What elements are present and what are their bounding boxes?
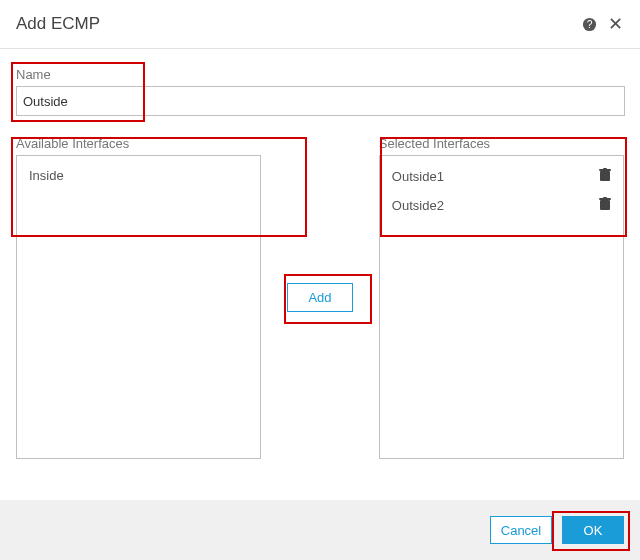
close-icon[interactable]: ✕ (606, 15, 624, 33)
list-item-label: Inside (29, 168, 248, 183)
list-item-label: Outside2 (392, 198, 599, 213)
list-item[interactable]: Outside2 (380, 191, 623, 220)
divider (0, 48, 640, 49)
list-item[interactable]: Outside1 (380, 162, 623, 191)
selected-listbox[interactable]: Outside1 Outside2 (379, 155, 624, 459)
svg-rect-7 (603, 197, 607, 199)
available-interfaces-column: Available Interfaces Inside (16, 136, 261, 459)
add-button[interactable]: Add (287, 283, 352, 312)
dialog-header: Add ECMP ? ✕ (16, 14, 624, 34)
svg-rect-2 (600, 171, 610, 181)
dialog-title: Add ECMP (16, 14, 580, 34)
interface-picker: Available Interfaces Inside Add Selected… (16, 136, 624, 459)
help-icon[interactable]: ? (580, 15, 598, 33)
add-ecmp-dialog: Add ECMP ? ✕ Name Available Interfaces I… (0, 0, 640, 459)
name-input[interactable] (16, 86, 625, 116)
trash-icon[interactable] (599, 197, 611, 214)
dialog-footer: Cancel OK (0, 500, 640, 560)
svg-rect-5 (600, 200, 610, 210)
available-listbox[interactable]: Inside (16, 155, 261, 459)
trash-icon[interactable] (599, 168, 611, 185)
name-field-group: Name (16, 67, 624, 116)
selected-label: Selected Interfaces (379, 136, 624, 151)
available-label: Available Interfaces (16, 136, 261, 151)
name-label: Name (16, 67, 624, 82)
svg-rect-4 (603, 168, 607, 170)
ok-button[interactable]: OK (562, 516, 624, 544)
selected-interfaces-column: Selected Interfaces Outside1 Outside2 (379, 136, 624, 459)
cancel-button[interactable]: Cancel (490, 516, 552, 544)
list-item[interactable]: Inside (17, 162, 260, 189)
svg-text:?: ? (586, 19, 592, 30)
transfer-controls: Add (261, 136, 379, 459)
list-item-label: Outside1 (392, 169, 599, 184)
